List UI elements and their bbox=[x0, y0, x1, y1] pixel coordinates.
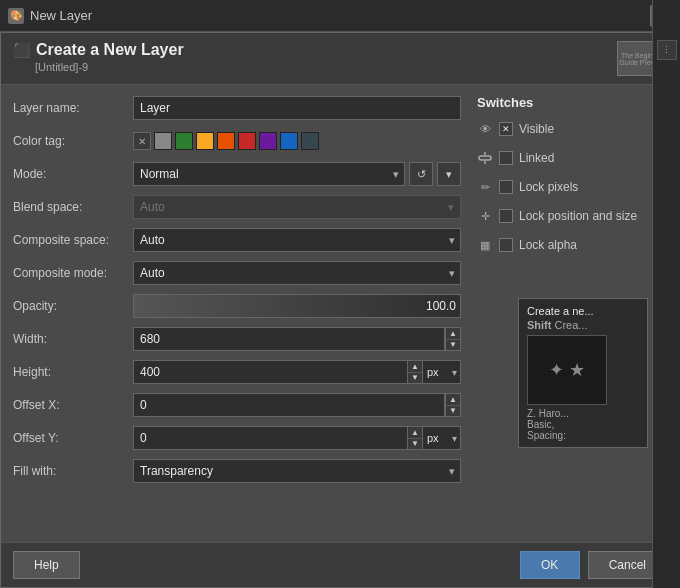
link-icon bbox=[477, 150, 493, 166]
switches-title: Switches bbox=[477, 95, 667, 110]
tooltip-spacing-label: Spacing: bbox=[527, 430, 639, 441]
mode-extra-button[interactable]: ▾ bbox=[437, 162, 461, 186]
tooltip-popup: Create a ne... Shift Crea... ✦ ★ Z. Haro… bbox=[518, 298, 648, 448]
eye-icon: 👁 bbox=[477, 121, 493, 137]
height-up-button[interactable]: ▲ bbox=[408, 361, 422, 373]
height-spinner: ▲ ▼ bbox=[407, 360, 423, 384]
lock-pixels-label: Lock pixels bbox=[519, 180, 578, 194]
color-swatch-yellow[interactable] bbox=[196, 132, 214, 150]
switch-lock-alpha-row: ▦ Lock alpha bbox=[477, 234, 667, 256]
switch-lock-position-row: ✛ Lock position and size bbox=[477, 205, 667, 227]
help-button[interactable]: Help bbox=[13, 551, 80, 579]
opacity-row: Opacity: 100.0 bbox=[13, 293, 461, 319]
offset-x-row: Offset X: ▲ ▼ bbox=[13, 392, 461, 418]
title-bar-left: 🎨 New Layer bbox=[8, 8, 92, 24]
opacity-value: 100.0 bbox=[426, 299, 456, 313]
offset-y-up-button[interactable]: ▲ bbox=[408, 427, 422, 439]
width-input[interactable] bbox=[133, 327, 445, 351]
blend-space-row: Blend space: Auto bbox=[13, 194, 461, 220]
layer-name-input[interactable] bbox=[133, 96, 461, 120]
tooltip-thumbnail: ✦ ★ bbox=[527, 335, 607, 405]
offset-y-row: Offset Y: ▲ ▼ px in cm bbox=[13, 425, 461, 451]
composite-space-select[interactable]: Auto sRGB Linear bbox=[133, 228, 461, 252]
crosshair-icon: ✛ bbox=[477, 208, 493, 224]
color-swatch-green[interactable] bbox=[175, 132, 193, 150]
color-swatch-dark[interactable] bbox=[301, 132, 319, 150]
color-tags-group: ✕ bbox=[133, 132, 461, 150]
width-down-button[interactable]: ▼ bbox=[446, 340, 460, 351]
width-label: Width: bbox=[13, 332, 133, 346]
mode-reset-button[interactable]: ↺ bbox=[409, 162, 433, 186]
right-sidebar: ⋮ bbox=[652, 0, 680, 588]
svg-rect-0 bbox=[479, 156, 491, 160]
composite-space-row: Composite space: Auto sRGB Linear bbox=[13, 227, 461, 253]
offset-x-down-button[interactable]: ▼ bbox=[446, 406, 460, 417]
tooltip-title: Create a ne... bbox=[527, 305, 639, 317]
lock-position-checkbox[interactable] bbox=[499, 209, 513, 223]
height-label: Height: bbox=[13, 365, 133, 379]
height-unit-select[interactable]: px in cm bbox=[423, 360, 461, 384]
visible-checkbox[interactable]: ✕ bbox=[499, 122, 513, 136]
height-down-button[interactable]: ▼ bbox=[408, 373, 422, 384]
opacity-label: Opacity: bbox=[13, 299, 133, 313]
tooltip-preset-name: Basic, bbox=[527, 419, 639, 430]
color-tag-label: Color tag: bbox=[13, 134, 133, 148]
title-bar: 🎨 New Layer ✕ bbox=[0, 0, 680, 32]
layer-name-label: Layer name: bbox=[13, 101, 133, 115]
color-swatch-purple[interactable] bbox=[259, 132, 277, 150]
color-swatch-red[interactable] bbox=[238, 132, 256, 150]
offset-y-input[interactable] bbox=[133, 426, 407, 450]
composite-mode-label: Composite mode: bbox=[13, 266, 133, 280]
mode-select-wrap: Normal Multiply Screen Overlay bbox=[133, 162, 405, 186]
ok-button[interactable]: OK bbox=[520, 551, 580, 579]
checkerboard-icon: ▦ bbox=[477, 237, 493, 253]
tooltip-layer-name: Z. Haro... bbox=[527, 408, 639, 419]
offset-y-unit-select[interactable]: px in cm bbox=[423, 426, 461, 450]
lock-alpha-label: Lock alpha bbox=[519, 238, 577, 252]
switch-linked-row: Linked bbox=[477, 147, 667, 169]
height-row: Height: ▲ ▼ px in cm bbox=[13, 359, 461, 385]
mode-row: Mode: Normal Multiply Screen Overlay ↺ bbox=[13, 161, 461, 187]
color-swatch-orange[interactable] bbox=[217, 132, 235, 150]
color-tag-none[interactable]: ✕ bbox=[133, 132, 151, 150]
offset-x-label: Offset X: bbox=[13, 398, 133, 412]
linked-checkbox[interactable] bbox=[499, 151, 513, 165]
fill-with-label: Fill with: bbox=[13, 464, 133, 478]
mode-select[interactable]: Normal Multiply Screen Overlay bbox=[133, 162, 405, 186]
offset-y-down-button[interactable]: ▼ bbox=[408, 439, 422, 450]
opacity-slider[interactable]: 100.0 bbox=[133, 294, 461, 318]
lock-position-label: Lock position and size bbox=[519, 209, 637, 223]
pencil-icon: ✏ bbox=[477, 179, 493, 195]
offset-x-up-button[interactable]: ▲ bbox=[446, 394, 460, 406]
offset-y-label: Offset Y: bbox=[13, 431, 133, 445]
width-up-button[interactable]: ▲ bbox=[446, 328, 460, 340]
composite-space-label: Composite space: bbox=[13, 233, 133, 247]
switch-visible-row: 👁 ✕ Visible bbox=[477, 118, 667, 140]
dialog-title: ⬛ Create a New Layer bbox=[13, 41, 184, 59]
fill-with-row: Fill with: Transparency Foreground Color… bbox=[13, 458, 461, 484]
form-left: Layer name: Color tag: ✕ bbox=[13, 95, 461, 532]
offset-x-input[interactable] bbox=[133, 393, 445, 417]
lock-pixels-checkbox[interactable] bbox=[499, 180, 513, 194]
mode-label: Mode: bbox=[13, 167, 133, 181]
layer-icon: ⬛ bbox=[13, 42, 30, 58]
dialog-footer: Help OK Cancel bbox=[1, 542, 679, 587]
offset-x-spinner: ▲ ▼ bbox=[445, 393, 461, 417]
layer-name-row: Layer name: bbox=[13, 95, 461, 121]
fill-with-select[interactable]: Transparency Foreground Color Background… bbox=[133, 459, 461, 483]
tooltip-shortcut: Shift Crea... bbox=[527, 319, 639, 331]
color-swatch-blue[interactable] bbox=[280, 132, 298, 150]
offset-y-spinner: ▲ ▼ bbox=[407, 426, 423, 450]
lock-alpha-checkbox[interactable] bbox=[499, 238, 513, 252]
dialog-header: ⬛ Create a New Layer [Untitled]-9 The Be… bbox=[1, 33, 679, 85]
sidebar-expand-button[interactable]: ⋮ bbox=[657, 40, 677, 60]
width-spinner: ▲ ▼ bbox=[445, 327, 461, 351]
blend-space-label: Blend space: bbox=[13, 200, 133, 214]
color-swatch-gray[interactable] bbox=[154, 132, 172, 150]
blend-space-disabled: Auto bbox=[133, 195, 461, 219]
composite-mode-select[interactable]: Auto Source Over bbox=[133, 261, 461, 285]
app-icon: 🎨 bbox=[8, 8, 24, 24]
height-input[interactable] bbox=[133, 360, 407, 384]
dialog-title-text: Create a New Layer bbox=[36, 41, 184, 59]
composite-mode-row: Composite mode: Auto Source Over bbox=[13, 260, 461, 286]
